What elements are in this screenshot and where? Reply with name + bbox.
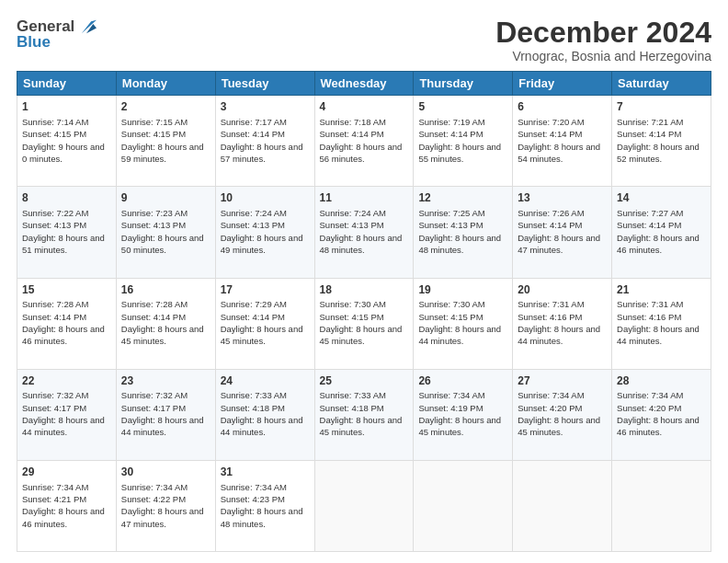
list-item: 10 Sunrise: 7:24 AM Sunset: 4:13 PM Dayl… — [215, 187, 314, 278]
list-item: 1 Sunrise: 7:14 AM Sunset: 4:15 PM Dayli… — [17, 96, 117, 187]
list-item: 31 Sunrise: 7:34 AM Sunset: 4:23 PM Dayl… — [215, 460, 314, 551]
table-row: 29 Sunrise: 7:34 AM Sunset: 4:21 PM Dayl… — [17, 460, 711, 551]
empty-cell — [414, 460, 513, 551]
table-row: 15 Sunrise: 7:28 AM Sunset: 4:14 PM Dayl… — [17, 278, 711, 369]
list-item: 12 Sunrise: 7:25 AM Sunset: 4:13 PM Dayl… — [414, 187, 513, 278]
list-item: 30 Sunrise: 7:34 AM Sunset: 4:22 PM Dayl… — [116, 460, 215, 551]
calendar-header-row: Sunday Monday Tuesday Wednesday Thursday… — [17, 72, 711, 96]
list-item: 27 Sunrise: 7:34 AM Sunset: 4:20 PM Dayl… — [513, 369, 612, 460]
list-item: 26 Sunrise: 7:34 AM Sunset: 4:19 PM Dayl… — [414, 369, 513, 460]
logo-icon — [76, 17, 97, 37]
title-area: December 2024 Vrnograc, Bosnia and Herze… — [495, 17, 711, 63]
list-item: 6 Sunrise: 7:20 AM Sunset: 4:14 PM Dayli… — [513, 96, 612, 187]
empty-cell — [513, 460, 612, 551]
list-item: 3 Sunrise: 7:17 AM Sunset: 4:14 PM Dayli… — [215, 96, 314, 187]
page: General Blue December 2024 Vrnograc, Bos… — [0, 0, 728, 563]
table-row: 22 Sunrise: 7:32 AM Sunset: 4:17 PM Dayl… — [17, 369, 711, 460]
list-item: 7 Sunrise: 7:21 AM Sunset: 4:14 PM Dayli… — [612, 96, 711, 187]
list-item: 21 Sunrise: 7:31 AM Sunset: 4:16 PM Dayl… — [612, 278, 711, 369]
logo-blue-text: Blue — [17, 33, 51, 52]
list-item: 5 Sunrise: 7:19 AM Sunset: 4:14 PM Dayli… — [414, 96, 513, 187]
main-title: December 2024 — [495, 17, 711, 49]
list-item: 29 Sunrise: 7:34 AM Sunset: 4:21 PM Dayl… — [17, 460, 117, 551]
empty-cell — [612, 460, 711, 551]
list-item: 16 Sunrise: 7:28 AM Sunset: 4:14 PM Dayl… — [116, 278, 215, 369]
list-item: 23 Sunrise: 7:32 AM Sunset: 4:17 PM Dayl… — [116, 369, 215, 460]
header-monday: Monday — [116, 72, 215, 96]
list-item: 20 Sunrise: 7:31 AM Sunset: 4:16 PM Dayl… — [513, 278, 612, 369]
list-item: 25 Sunrise: 7:33 AM Sunset: 4:18 PM Dayl… — [314, 369, 414, 460]
table-row: 8 Sunrise: 7:22 AM Sunset: 4:13 PM Dayli… — [17, 187, 711, 278]
header: General Blue December 2024 Vrnograc, Bos… — [17, 17, 711, 63]
list-item: 14 Sunrise: 7:27 AM Sunset: 4:14 PM Dayl… — [612, 187, 711, 278]
list-item: 19 Sunrise: 7:30 AM Sunset: 4:15 PM Dayl… — [414, 278, 513, 369]
header-sunday: Sunday — [17, 72, 117, 96]
header-tuesday: Tuesday — [215, 72, 314, 96]
list-item: 18 Sunrise: 7:30 AM Sunset: 4:15 PM Dayl… — [314, 278, 414, 369]
calendar: Sunday Monday Tuesday Wednesday Thursday… — [17, 71, 711, 552]
list-item: 9 Sunrise: 7:23 AM Sunset: 4:13 PM Dayli… — [116, 187, 215, 278]
header-wednesday: Wednesday — [314, 72, 414, 96]
svg-marker-1 — [86, 24, 97, 33]
list-item: 15 Sunrise: 7:28 AM Sunset: 4:14 PM Dayl… — [17, 278, 117, 369]
table-row: 1 Sunrise: 7:14 AM Sunset: 4:15 PM Dayli… — [17, 96, 711, 187]
subtitle: Vrnograc, Bosnia and Herzegovina — [495, 49, 711, 63]
list-item: 24 Sunrise: 7:33 AM Sunset: 4:18 PM Dayl… — [215, 369, 314, 460]
list-item: 2 Sunrise: 7:15 AM Sunset: 4:15 PM Dayli… — [116, 96, 215, 187]
list-item: 8 Sunrise: 7:22 AM Sunset: 4:13 PM Dayli… — [17, 187, 117, 278]
list-item: 22 Sunrise: 7:32 AM Sunset: 4:17 PM Dayl… — [17, 369, 117, 460]
header-thursday: Thursday — [414, 72, 513, 96]
list-item: 17 Sunrise: 7:29 AM Sunset: 4:14 PM Dayl… — [215, 278, 314, 369]
list-item: 28 Sunrise: 7:34 AM Sunset: 4:20 PM Dayl… — [612, 369, 711, 460]
header-saturday: Saturday — [612, 72, 711, 96]
list-item: 4 Sunrise: 7:18 AM Sunset: 4:14 PM Dayli… — [314, 96, 414, 187]
list-item: 11 Sunrise: 7:24 AM Sunset: 4:13 PM Dayl… — [314, 187, 414, 278]
list-item: 13 Sunrise: 7:26 AM Sunset: 4:14 PM Dayl… — [513, 187, 612, 278]
empty-cell — [314, 460, 414, 551]
logo-area: General Blue — [17, 17, 97, 52]
header-friday: Friday — [513, 72, 612, 96]
